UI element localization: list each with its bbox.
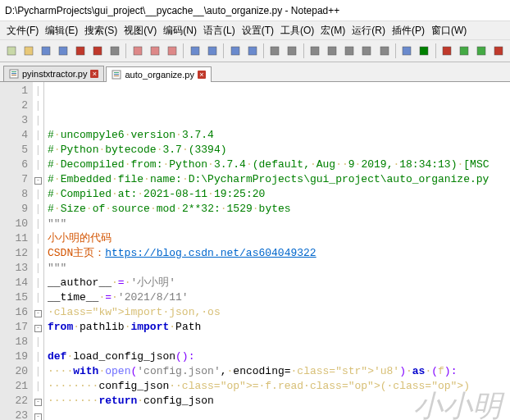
closeall-button[interactable] [89, 43, 105, 59]
open-icon [23, 45, 34, 57]
menu-item[interactable]: 窗口(W) [428, 24, 470, 38]
code-line[interactable]: CSDN主页：https://blog.csdn.net/as604049322 [48, 246, 507, 261]
menu-item[interactable]: 搜索(S) [81, 24, 121, 38]
zoomin-button[interactable] [267, 43, 283, 59]
svg-rect-24 [460, 47, 468, 55]
fold-marker: | [33, 143, 43, 158]
undo-icon [189, 45, 201, 57]
code-line[interactable]: """ [48, 217, 507, 231]
menu-item[interactable]: 视图(V) [121, 24, 160, 38]
allchars-button[interactable] [325, 43, 340, 59]
unfold-icon [379, 45, 390, 57]
code-line[interactable]: ········return·config_json [48, 394, 507, 409]
code-line[interactable]: #·Compiled·at:·2021-08-11·19:25:20 [48, 187, 507, 202]
fold-marker: | [33, 290, 43, 305]
open-button[interactable] [20, 43, 36, 59]
menu-item[interactable]: 语言(L) [200, 24, 239, 38]
code-area[interactable]: 小小明 #·uncompyle6·version·3.7.4#·Python·b… [44, 82, 510, 420]
fold-marker[interactable]: - [33, 394, 43, 409]
svg-rect-7 [134, 47, 142, 55]
svg-rect-0 [7, 47, 16, 55]
line-number: 7 [2, 172, 28, 187]
zoomout-button[interactable] [285, 43, 300, 59]
code-line[interactable]: __author__·=·'小小明' [48, 276, 507, 290]
code-line[interactable]: #·Size·of·source·mod·2**32:·1529·bytes [48, 202, 507, 217]
fold-marker: | [33, 187, 43, 202]
play-button[interactable] [457, 43, 472, 59]
indent-button[interactable] [342, 43, 357, 59]
menu-item[interactable]: 编辑(E) [42, 24, 81, 38]
wrap-button[interactable] [307, 43, 323, 59]
tab-1[interactable]: auto_organize.py× [106, 66, 211, 82]
menu-item[interactable]: 宏(M) [317, 24, 348, 38]
cut-button[interactable] [130, 43, 145, 59]
menu-item[interactable]: 文件(F) [3, 24, 42, 38]
svg-rect-22 [420, 47, 428, 55]
fold-marker: | [33, 158, 43, 172]
svg-rect-13 [248, 47, 257, 55]
menu-item[interactable]: 设置(T) [239, 24, 277, 38]
new-button[interactable] [3, 43, 19, 59]
fold-marker: | [33, 261, 43, 276]
fold-marker[interactable]: - [33, 409, 43, 420]
print-button[interactable] [107, 43, 122, 59]
code-line[interactable] [48, 335, 507, 349]
find-button[interactable] [227, 43, 243, 59]
menu-item[interactable]: 运行(R) [348, 24, 389, 38]
svg-rect-34 [114, 75, 119, 76]
comment-button[interactable] [417, 43, 432, 59]
fold-marker[interactable]: - [33, 305, 43, 320]
line-number: 14 [2, 276, 28, 290]
playm-button[interactable] [474, 43, 490, 59]
fold-marker: | [33, 231, 43, 246]
code-line[interactable]: #·uncompyle6·version·3.7.4 [48, 128, 507, 143]
replace-button[interactable] [244, 43, 260, 59]
fold-marker[interactable]: - [33, 320, 43, 335]
unfold-button[interactable] [376, 43, 392, 59]
close-button[interactable] [72, 43, 88, 59]
editor: 123456789101112131415161718192021222324 … [0, 82, 510, 420]
code-line[interactable]: ········config_json··class="op">=·f.read… [48, 379, 507, 394]
code-line[interactable]: ·class="kw">import·json,·os [48, 305, 507, 320]
line-number: 8 [2, 187, 28, 202]
save-icon [40, 45, 52, 57]
paste-button[interactable] [164, 43, 180, 59]
code-line[interactable]: #·Embedded·file·name:·D:\PycharmProjects… [48, 172, 507, 187]
code-line[interactable]: 小小明的代码 [48, 231, 507, 246]
rec-button[interactable] [439, 43, 455, 59]
fold-button[interactable] [359, 43, 375, 59]
code-line[interactable]: #·Decompiled·from:·Python·3.7.4·(default… [48, 158, 507, 172]
svg-rect-10 [191, 47, 199, 55]
func-button[interactable] [399, 43, 415, 59]
save-button[interactable] [38, 43, 53, 59]
tab-close-icon[interactable]: × [90, 70, 98, 78]
copy-button[interactable] [147, 43, 162, 59]
tab-close-icon[interactable]: × [198, 71, 206, 79]
redo-button[interactable] [204, 43, 220, 59]
code-line[interactable]: from·pathlib·import·Path [48, 320, 507, 335]
code-line[interactable] [48, 409, 507, 420]
fold-marker[interactable]: - [33, 172, 43, 187]
line-number: 18 [2, 335, 28, 349]
svg-rect-15 [288, 47, 296, 55]
code-line[interactable]: #·Python·bytecode·3.7·(3394) [48, 143, 507, 158]
line-number: 20 [2, 364, 28, 379]
svg-rect-32 [114, 72, 119, 73]
menu-item[interactable]: 编码(N) [160, 24, 200, 38]
stop-button[interactable] [491, 43, 507, 59]
tab-0[interactable]: pyinstxtractor.py× [3, 66, 104, 81]
closeall-icon [92, 45, 103, 57]
menu-item[interactable]: 工具(O) [277, 24, 317, 38]
svg-rect-6 [111, 47, 119, 55]
undo-button[interactable] [187, 43, 203, 59]
line-number: 22 [2, 394, 28, 409]
code-line[interactable]: def·load_config_json(): [48, 349, 507, 364]
wrap-icon [309, 45, 321, 57]
code-line[interactable]: ····with·open('config.json',·encoding=·c… [48, 364, 507, 379]
code-line[interactable]: __time__·=·'2021/8/11' [48, 290, 507, 305]
saveall-button[interactable] [55, 43, 71, 59]
print-icon [109, 45, 121, 57]
menu-item[interactable]: 插件(P) [389, 24, 428, 38]
svg-rect-4 [76, 47, 84, 55]
code-line[interactable]: """ [48, 261, 507, 276]
